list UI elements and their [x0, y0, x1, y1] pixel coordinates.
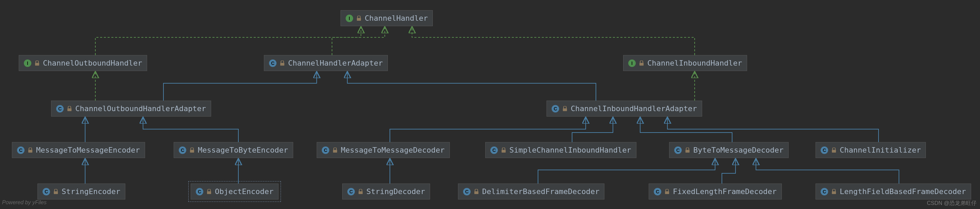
- interface-icon: I: [345, 14, 353, 22]
- node-fixed-length-frame-decoder[interactable]: C FixedLengthFrameDecoder: [649, 184, 782, 200]
- node-label: DelimiterBasedFrameDecoder: [482, 187, 599, 196]
- lock-icon: [332, 147, 337, 153]
- lock-icon: [54, 189, 58, 195]
- class-icon: C: [196, 188, 203, 195]
- node-label: ChannelOutboundHandler: [43, 59, 142, 67]
- node-label: MessageToMessageEncoder: [36, 146, 140, 154]
- node-label: ChannelOutboundHandlerAdapter: [75, 104, 206, 113]
- node-channel-handler-adapter[interactable]: C ChannelHandlerAdapter: [264, 55, 388, 71]
- lock-icon: [280, 60, 285, 66]
- node-label: ChannelHandler: [365, 14, 428, 22]
- node-channel-outbound-handler[interactable]: I ChannelOutboundHandler: [19, 55, 147, 71]
- node-string-decoder[interactable]: C StringDecoder: [342, 184, 430, 200]
- lock-icon: [67, 106, 72, 111]
- svg-rect-5: [563, 108, 567, 111]
- class-icon: C: [821, 146, 828, 154]
- lock-icon: [358, 189, 363, 195]
- lock-icon: [474, 189, 479, 195]
- node-object-encoder[interactable]: C ObjectEncoder: [191, 184, 278, 200]
- node-label: SimpleChannelInboundHandler: [509, 146, 631, 154]
- svg-rect-15: [474, 191, 479, 194]
- class-icon: C: [269, 60, 277, 67]
- lock-icon: [832, 189, 836, 195]
- svg-rect-13: [207, 191, 211, 194]
- node-label: StringEncoder: [62, 187, 120, 196]
- lock-icon: [665, 189, 670, 195]
- node-string-encoder[interactable]: C StringEncoder: [37, 184, 125, 200]
- svg-rect-6: [28, 150, 32, 153]
- powered-by-label: Powered by yFiles: [2, 200, 47, 206]
- svg-rect-0: [357, 18, 361, 21]
- node-label: LengthFieldBasedFrameDecoder: [840, 187, 966, 196]
- svg-rect-1: [35, 63, 39, 66]
- svg-rect-11: [832, 150, 836, 153]
- svg-rect-9: [501, 150, 506, 153]
- lock-icon: [35, 60, 40, 66]
- node-channel-inbound-handler[interactable]: I ChannelInboundHandler: [623, 55, 747, 71]
- node-label: FixedLengthFrameDecoder: [673, 187, 777, 196]
- diagram-canvas[interactable]: I ChannelHandler I ChannelOutboundHandle…: [0, 0, 980, 209]
- node-label: ChannelInitializer: [840, 146, 921, 154]
- class-icon: C: [347, 188, 355, 195]
- interface-icon: I: [24, 60, 31, 67]
- lock-icon: [190, 147, 194, 153]
- node-label: StringDecoder: [366, 187, 425, 196]
- node-label: ChannelInboundHandler: [648, 59, 742, 67]
- node-delimiter-based-frame-decoder[interactable]: C DelimiterBasedFrameDecoder: [458, 184, 605, 200]
- lock-icon: [207, 189, 212, 195]
- svg-rect-14: [359, 191, 363, 194]
- lock-icon: [563, 106, 567, 111]
- node-label: ChannelHandlerAdapter: [288, 59, 383, 67]
- node-message-to-byte-encoder[interactable]: C MessageToByteEncoder: [173, 142, 293, 158]
- class-icon: C: [674, 146, 682, 154]
- class-icon: C: [490, 146, 498, 154]
- interface-icon: I: [628, 60, 636, 67]
- node-label: MessageToMessageDecoder: [341, 146, 445, 154]
- class-icon: C: [179, 146, 186, 154]
- node-label: MessageToByteEncoder: [198, 146, 288, 154]
- node-channel-inbound-handler-adapter[interactable]: C ChannelInboundHandlerAdapter: [547, 101, 702, 117]
- node-channel-initializer[interactable]: C ChannelInitializer: [816, 142, 926, 158]
- lock-icon: [356, 16, 361, 21]
- class-icon: C: [552, 105, 559, 112]
- node-label: ObjectEncoder: [215, 187, 274, 196]
- node-channel-outbound-handler-adapter[interactable]: C ChannelOutboundHandlerAdapter: [51, 101, 211, 117]
- class-icon: C: [654, 188, 661, 195]
- node-byte-to-message-decoder[interactable]: C ByteToMessageDecoder: [669, 142, 789, 158]
- node-message-to-message-encoder[interactable]: C MessageToMessageEncoder: [12, 142, 145, 158]
- svg-rect-10: [686, 150, 690, 153]
- node-label: ChannelInboundHandlerAdapter: [571, 104, 697, 113]
- class-icon: C: [17, 146, 24, 154]
- svg-rect-7: [190, 150, 194, 153]
- svg-rect-16: [665, 191, 669, 194]
- node-channel-handler[interactable]: I ChannelHandler: [340, 10, 433, 26]
- lock-icon: [639, 60, 644, 66]
- svg-rect-17: [832, 191, 836, 194]
- lock-icon: [685, 147, 690, 153]
- svg-rect-3: [640, 63, 644, 66]
- node-label: ByteToMessageDecoder: [693, 146, 784, 154]
- class-icon: C: [821, 188, 828, 195]
- lock-icon: [832, 147, 836, 153]
- lock-icon: [28, 147, 33, 153]
- svg-rect-4: [67, 108, 72, 111]
- svg-rect-2: [280, 63, 284, 66]
- node-message-to-message-decoder[interactable]: C MessageToMessageDecoder: [317, 142, 450, 158]
- node-length-field-based-frame-decoder[interactable]: C LengthFieldBasedFrameDecoder: [816, 184, 971, 200]
- class-icon: C: [43, 188, 50, 195]
- node-simple-channel-inbound-handler[interactable]: C SimpleChannelInboundHandler: [485, 142, 636, 158]
- class-icon: C: [56, 105, 64, 112]
- lock-icon: [501, 147, 506, 153]
- class-icon: C: [463, 188, 471, 195]
- credit-label: CSDN @恐龙弟旺仔: [927, 200, 977, 207]
- svg-rect-8: [333, 150, 337, 153]
- svg-rect-12: [54, 191, 58, 194]
- class-icon: C: [322, 146, 329, 154]
